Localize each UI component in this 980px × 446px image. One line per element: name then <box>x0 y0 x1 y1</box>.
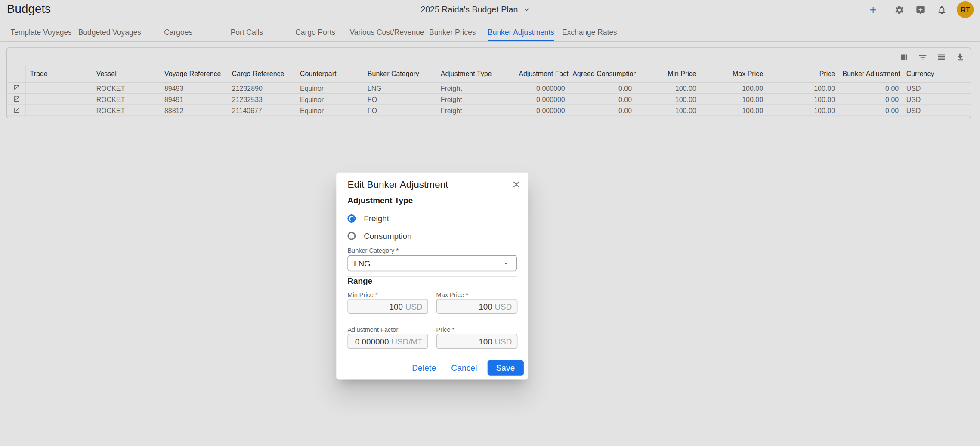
bunker-category-value: LNG <box>354 258 501 268</box>
adjustment-type-heading: Adjustment Type <box>347 196 413 205</box>
adjustment-factor-value: 0.000000 <box>355 337 389 346</box>
select-caret-icon <box>501 258 511 268</box>
bunker-category-label: Bunker Category * <box>347 247 399 254</box>
min-price-unit: USD <box>405 302 423 311</box>
max-price-unit: USD <box>495 302 512 311</box>
radio-option-freight[interactable]: Freight <box>347 214 389 223</box>
edit-bunker-adjustment-dialog: Edit Bunker Adjustment Adjustment Type F… <box>336 173 528 380</box>
adjustment-factor-unit: USD/MT <box>391 337 422 346</box>
radio-option-label: Consumption <box>364 231 411 241</box>
max-price-label: Max Price * <box>436 291 468 298</box>
price-label: Price * <box>436 326 455 333</box>
save-button[interactable]: Save <box>487 360 524 375</box>
radio-selected-icon <box>347 214 356 223</box>
app-root: Budgets 2025 Raida's Budget Plan RT Temp… <box>0 0 980 446</box>
dialog-actions: Delete Cancel Save <box>407 360 524 375</box>
section-divider <box>347 276 517 277</box>
cancel-button[interactable]: Cancel <box>446 360 482 375</box>
dialog-close-button[interactable] <box>511 180 521 189</box>
price-unit: USD <box>495 337 512 346</box>
adjustment-factor-input[interactable]: 0.000000 USD/MT <box>347 334 428 349</box>
min-price-value: 100 <box>389 302 403 311</box>
price-input[interactable]: 100 USD <box>436 334 518 349</box>
radio-option-consumption[interactable]: Consumption <box>347 231 411 241</box>
radio-unselected-icon <box>347 232 356 240</box>
delete-button[interactable]: Delete <box>407 360 442 375</box>
min-price-input[interactable]: 100 USD <box>347 299 428 314</box>
price-value: 100 <box>479 337 492 346</box>
bunker-category-select[interactable]: LNG <box>347 255 517 271</box>
radio-option-label: Freight <box>364 214 389 223</box>
max-price-input[interactable]: 100 USD <box>436 299 518 314</box>
min-price-label: Min Price * <box>347 291 377 298</box>
max-price-value: 100 <box>479 302 492 311</box>
dialog-title: Edit Bunker Adjustment <box>347 179 448 190</box>
close-icon <box>511 180 521 189</box>
adjustment-factor-label: Adjustment Factor <box>347 326 398 333</box>
range-heading: Range <box>347 276 372 286</box>
